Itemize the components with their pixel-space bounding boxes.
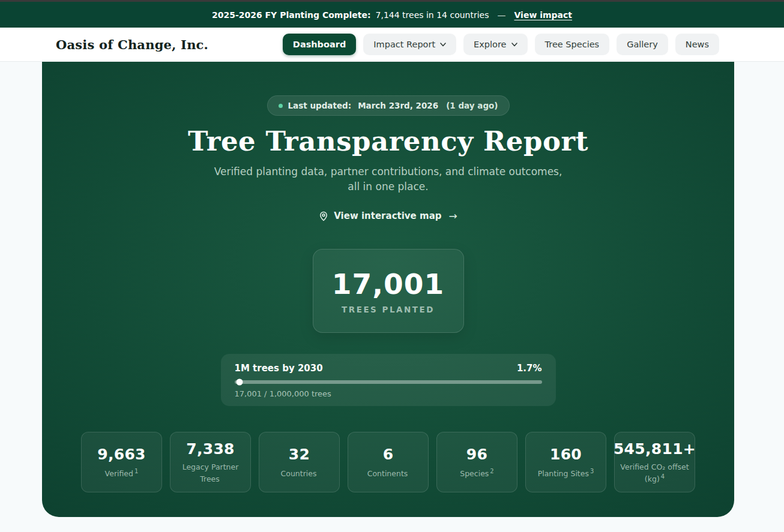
- stat-label: Planting Sites3: [538, 467, 594, 479]
- nav-news[interactable]: News: [675, 34, 719, 55]
- stat-label-text: Legacy Partner Trees: [182, 462, 239, 483]
- goal-progress-header: 1M trees by 2030 1.7%: [235, 363, 542, 374]
- goal-percent: 1.7%: [517, 363, 542, 374]
- nav-tree-species[interactable]: Tree Species: [535, 34, 610, 55]
- stat-value: 7,338: [186, 440, 235, 458]
- stat-card-planting-sites: 160 Planting Sites3: [525, 432, 606, 492]
- map-link-label: View interactive map: [334, 211, 441, 221]
- stat-label: Legacy Partner Trees: [174, 462, 247, 484]
- stat-value: 545,811+: [614, 440, 696, 458]
- view-impact-link[interactable]: View impact: [514, 10, 573, 20]
- nav-dashboard-label: Dashboard: [293, 40, 346, 49]
- stat-label-text: Continents: [367, 469, 408, 478]
- nav-gallery[interactable]: Gallery: [617, 34, 668, 55]
- trees-planted-label: TREES PLANTED: [342, 305, 435, 314]
- nav-impact-report-label: Impact Report: [373, 40, 435, 49]
- chevron-down-icon: [511, 43, 517, 47]
- stat-card-legacy-partner-trees: 7,338 Legacy Partner Trees: [170, 432, 251, 492]
- stat-label: Verified CO₂ offset (kg)4: [618, 462, 691, 484]
- goal-detail: 17,001 / 1,000,000 trees: [235, 389, 542, 398]
- last-updated-date: March 23rd, 2026: [358, 101, 438, 110]
- stat-card-verified: 9,663 Verified1: [81, 432, 162, 492]
- stat-card-co2-offset: 545,811+ Verified CO₂ offset (kg)4: [614, 432, 695, 492]
- nav-impact-report[interactable]: Impact Report: [363, 34, 456, 55]
- company-logo[interactable]: Oasis of Change, Inc.: [56, 37, 208, 52]
- stat-label: Verified1: [105, 467, 139, 479]
- chevron-down-icon: [440, 43, 446, 47]
- stat-label-text: Verified CO₂ offset (kg): [620, 462, 689, 483]
- stat-card-species: 96 Species2: [436, 432, 517, 492]
- stat-footnote: 2: [490, 468, 493, 474]
- stats-row: 9,663 Verified1 7,338 Legacy Partner Tre…: [81, 432, 695, 492]
- nav-dashboard[interactable]: Dashboard: [283, 34, 356, 55]
- stat-label: Countries: [281, 467, 318, 479]
- last-updated-badge: Last updated: March 23rd, 2026 (1 day ag…: [267, 95, 510, 116]
- page-body: Last updated: March 23rd, 2026 (1 day ag…: [0, 62, 784, 517]
- page-title: Tree Transparency Report: [188, 125, 588, 157]
- stat-label-text: Species: [460, 469, 489, 478]
- nav-gallery-label: Gallery: [627, 40, 658, 49]
- stat-footnote: 3: [590, 468, 594, 474]
- trees-planted-value: 17,001: [332, 267, 444, 300]
- nav-explore[interactable]: Explore: [463, 34, 527, 55]
- last-updated-label: Last updated:: [288, 101, 352, 110]
- stat-label: Continents: [367, 467, 409, 479]
- banner-separator: —: [498, 10, 506, 20]
- view-interactive-map-link[interactable]: View interactive map →: [319, 210, 457, 222]
- stat-value: 9,663: [97, 446, 146, 463]
- stat-card-countries: 32 Countries: [259, 432, 340, 492]
- stat-card-continents: 6 Continents: [348, 432, 429, 492]
- hero-panel: Last updated: March 23rd, 2026 (1 day ag…: [42, 62, 734, 517]
- banner-headline: 2025-2026 FY Planting Complete:: [212, 10, 371, 20]
- trees-planted-card: 17,001 TREES PLANTED: [313, 249, 464, 333]
- goal-progress-card: 1M trees by 2030 1.7% 17,001 / 1,000,000…: [221, 354, 556, 406]
- announcement-banner: 2025-2026 FY Planting Complete: 7,144 tr…: [0, 2, 784, 28]
- goal-label: 1M trees by 2030: [235, 363, 323, 374]
- stat-value: 32: [289, 446, 310, 463]
- arrow-right-icon: →: [449, 210, 457, 222]
- banner-text: 7,144 trees in 14 countries: [376, 10, 489, 20]
- map-pin-icon: [319, 211, 328, 221]
- stat-footnote: 4: [661, 473, 665, 480]
- nav-tree-species-label: Tree Species: [545, 40, 600, 49]
- status-dot-icon: [279, 104, 283, 108]
- nav-news-label: News: [686, 40, 709, 49]
- stat-value: 96: [466, 446, 487, 463]
- progress-knob: [237, 379, 243, 386]
- main-nav: Oasis of Change, Inc. Dashboard Impact R…: [0, 28, 784, 62]
- stat-label-text: Verified: [105, 469, 133, 478]
- progress-bar: [235, 380, 542, 384]
- stat-label-text: Planting Sites: [538, 469, 589, 478]
- stat-label-text: Countries: [281, 469, 317, 478]
- stat-footnote: 1: [134, 468, 138, 474]
- stat-value: 160: [550, 446, 582, 463]
- stat-value: 6: [383, 446, 394, 463]
- page-subtitle: Verified planting data, partner contribu…: [211, 164, 565, 194]
- last-updated-ago: (1 day ago): [446, 101, 498, 110]
- nav-explore-label: Explore: [474, 40, 506, 49]
- stat-label: Species2: [460, 467, 493, 479]
- nav-items: Dashboard Impact Report Explore Tree Spe…: [283, 34, 719, 55]
